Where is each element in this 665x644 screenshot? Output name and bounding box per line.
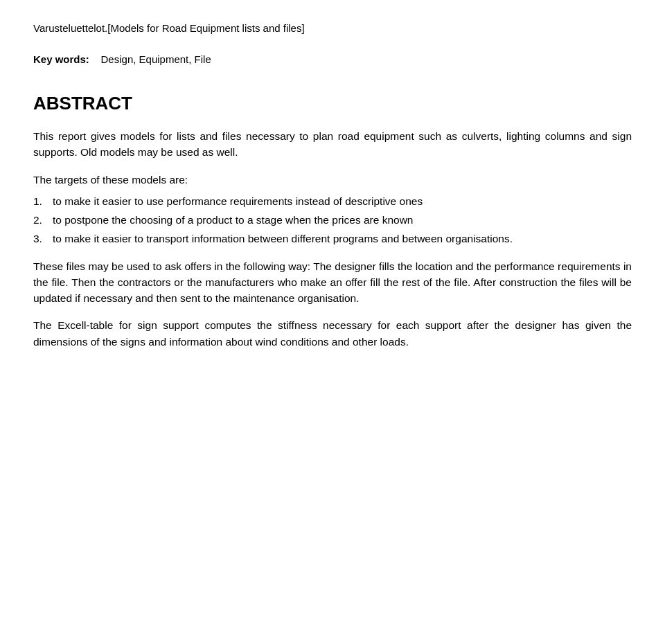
list-item: 2. to postpone the choosing of a product… [33, 212, 632, 228]
paragraph1: These files may be used to ask offers in… [33, 258, 632, 307]
list-content: to make it easier to use performance req… [53, 193, 632, 209]
keywords-value: Design, Equipment, File [101, 53, 211, 65]
list-content: to postpone the choosing of a product to… [53, 212, 632, 228]
list-number: 1. [33, 193, 53, 209]
abstract-heading: ABSTRACT [33, 93, 632, 114]
targets-intro: The targets of these models are: [33, 172, 632, 188]
list-item: 1. to make it easier to use performance … [33, 193, 632, 209]
list-content: to make it easier to transport informati… [53, 231, 632, 247]
list-number: 2. [33, 212, 53, 228]
page-title: Varusteluettelot.[Models for Road Equipm… [33, 22, 632, 34]
paragraph2: The Excell-table for sign support comput… [33, 317, 632, 350]
keywords-label: Key words: [33, 53, 89, 65]
abstract-intro: This report gives models for lists and f… [33, 128, 632, 161]
numbered-list: 1. to make it easier to use performance … [33, 193, 632, 247]
keywords-line: Key words: Design, Equipment, File [33, 53, 632, 65]
list-number: 3. [33, 231, 53, 247]
list-item: 3. to make it easier to transport inform… [33, 231, 632, 247]
